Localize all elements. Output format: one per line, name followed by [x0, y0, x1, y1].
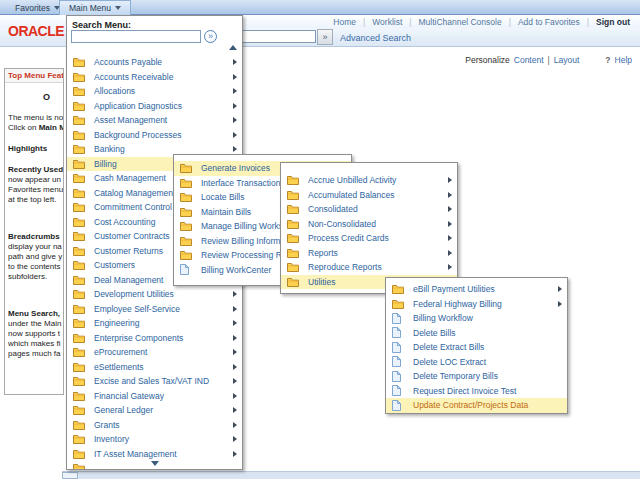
header-link-multichannel-console[interactable]: MultiChannel Console: [419, 17, 502, 27]
submenu-arrow-icon: [233, 451, 237, 457]
submenu-arrow-icon: [233, 393, 237, 399]
menu-item-update-contract-projects-data[interactable]: Update Contract/Projects Data: [386, 398, 567, 413]
utilities-submenu-panel: eBill Payment UtilitiesFederal Highway B…: [385, 277, 568, 414]
menu-item-enterprise-components[interactable]: Enterprise Components: [67, 331, 242, 346]
scroll-down-icon[interactable]: [151, 461, 159, 466]
menu-item-delete-temporary-bills[interactable]: Delete Temporary Bills: [386, 369, 567, 384]
box-paragraphs: The menu is noClick on Main MHighlightsR…: [5, 113, 63, 359]
box-paragraph: The menu is noClick on Main M: [8, 113, 63, 133]
box-text-line: Favorites menu: [8, 185, 63, 195]
menu-item-ebill-payment-utilities[interactable]: eBill Payment Utilities: [386, 282, 567, 297]
menu-item-delete-bills[interactable]: Delete Bills: [386, 326, 567, 341]
submenu-arrow-icon: [233, 364, 237, 370]
folder-icon: [73, 333, 86, 343]
folder-icon: [73, 115, 86, 125]
link-separator: |: [363, 17, 365, 27]
menu-item-label: Utilities: [308, 277, 335, 287]
folder-icon: [180, 207, 193, 217]
menu-item-process-credit-cards[interactable]: Process Credit Cards: [281, 231, 457, 246]
submenu-arrow-icon: [233, 422, 237, 428]
menu-item-label: Excise and Sales Tax/VAT IND: [94, 376, 209, 386]
top-navbar: Favorites Main Menu: [0, 0, 640, 15]
help-link[interactable]: Help: [615, 55, 632, 65]
search-menu-input[interactable]: [71, 30, 201, 43]
menu-item-label: Maintain Bills: [201, 207, 251, 217]
menu-item-non-consolidated[interactable]: Non-Consolidated: [281, 217, 457, 232]
folder-icon: [180, 192, 193, 202]
folder-icon: [392, 284, 405, 294]
menu-item-delete-loc-extract[interactable]: Delete LOC Extract: [386, 355, 567, 370]
menu-item-allocations[interactable]: Allocations: [67, 84, 242, 99]
menu-item-label: Enterprise Components: [94, 333, 183, 343]
menu-item-label: Review Processing Res: [201, 250, 291, 260]
folder-icon: [287, 175, 300, 185]
menu-item-federal-highway-billing[interactable]: Federal Highway Billing: [386, 297, 567, 312]
advanced-search-link[interactable]: Advanced Search: [340, 33, 411, 43]
document-icon: [392, 371, 405, 382]
menu-item-accounts-payable[interactable]: Accounts Payable: [67, 55, 242, 70]
menu-item-asset-management[interactable]: Asset Management: [67, 113, 242, 128]
search-menu-go-icon[interactable]: »: [204, 30, 217, 43]
folder-icon: [73, 231, 86, 241]
scrollbar-thumb[interactable]: [62, 472, 78, 479]
menu-item-accounts-receivable[interactable]: Accounts Receivable: [67, 70, 242, 85]
menu-item-application-diagnostics[interactable]: Application Diagnostics: [67, 99, 242, 114]
menu-item-accumulated-balances[interactable]: Accumulated Balances: [281, 188, 457, 203]
header-link-add-to-favorites[interactable]: Add to Favorites: [518, 17, 580, 27]
menu-item-label: Allocations: [94, 86, 135, 96]
horizontal-scrollbar[interactable]: [62, 471, 640, 479]
folder-icon: [73, 217, 86, 227]
folder-icon: [287, 248, 300, 258]
menu-item-label: Commitment Control: [94, 202, 172, 212]
submenu-arrow-icon: [448, 264, 452, 270]
menu-item-label: Catalog Management: [94, 188, 175, 198]
folder-icon: [73, 318, 86, 328]
menu-item-grants[interactable]: Grants: [67, 418, 242, 433]
menu-item-label: Manage Billing Workshe: [201, 221, 293, 231]
menu-item-reproduce-reports[interactable]: Reproduce Reports: [281, 260, 457, 275]
menu-item-development-utilities[interactable]: Development Utilities: [67, 287, 242, 302]
menu-item-it-asset-management[interactable]: IT Asset Management: [67, 447, 242, 462]
menu-item-label: Accounts Payable: [94, 57, 162, 67]
menu-item-billing-workflow[interactable]: Billing Workflow: [386, 311, 567, 326]
personalize-content-link[interactable]: Content: [514, 55, 544, 65]
menu-item-excise-and-sales-tax-vat-ind[interactable]: Excise and Sales Tax/VAT IND: [67, 374, 242, 389]
header-search-go-icon[interactable]: »: [317, 29, 333, 45]
menu-item-employee-self-service[interactable]: Employee Self-Service: [67, 302, 242, 317]
folder-icon: [73, 159, 86, 169]
menu-item-financial-gateway[interactable]: Financial Gateway: [67, 389, 242, 404]
box-text-line: Click on Main M: [8, 123, 63, 133]
box-text-line: path and give y: [8, 252, 63, 262]
menu-item-general-ledger[interactable]: General Ledger: [67, 403, 242, 418]
folder-icon: [73, 405, 86, 415]
submenu-arrow-icon: [233, 59, 237, 65]
menu-item-reports[interactable]: Reports: [281, 246, 457, 261]
scroll-up-icon[interactable]: [229, 45, 237, 50]
box-text-line: under the Main: [8, 319, 63, 329]
submenu-arrow-icon: [233, 320, 237, 326]
box-text-line: which makes fi: [8, 339, 63, 349]
personalize-layout-link[interactable]: Layout: [554, 55, 580, 65]
folder-icon: [180, 163, 193, 173]
header-link-home[interactable]: Home: [333, 17, 356, 27]
menu-item-accrue-unbilled-activity[interactable]: Accrue Unbilled Activity: [281, 173, 457, 188]
main-menu-tab[interactable]: Main Menu: [59, 0, 131, 15]
folder-icon: [287, 233, 300, 243]
submenu-arrow-icon: [448, 177, 452, 183]
menu-item-consolidated[interactable]: Consolidated: [281, 202, 457, 217]
menu-item-label: Billing Workflow: [413, 313, 473, 323]
menu-item-label: Reports: [308, 248, 338, 258]
menu-item-request-direct-invoice-test[interactable]: Request Direct Invoice Test: [386, 384, 567, 399]
box-text-line: at the top left.: [8, 195, 63, 205]
sign-out-link[interactable]: Sign out: [596, 17, 630, 27]
box-paragraph: Highlights: [8, 144, 63, 154]
menu-item-engineering[interactable]: Engineering: [67, 316, 242, 331]
menu-item-background-processes[interactable]: Background Processes: [67, 128, 242, 143]
menu-item-delete-extract-bills[interactable]: Delete Extract Bills: [386, 340, 567, 355]
menu-item-esettlements[interactable]: eSettlements: [67, 360, 242, 375]
document-icon: [392, 356, 405, 367]
menu-item-inventory[interactable]: Inventory: [67, 432, 242, 447]
menu-item-eprocurement[interactable]: eProcurement: [67, 345, 242, 360]
submenu-arrow-icon: [448, 206, 452, 212]
header-link-worklist[interactable]: Worklist: [372, 17, 402, 27]
